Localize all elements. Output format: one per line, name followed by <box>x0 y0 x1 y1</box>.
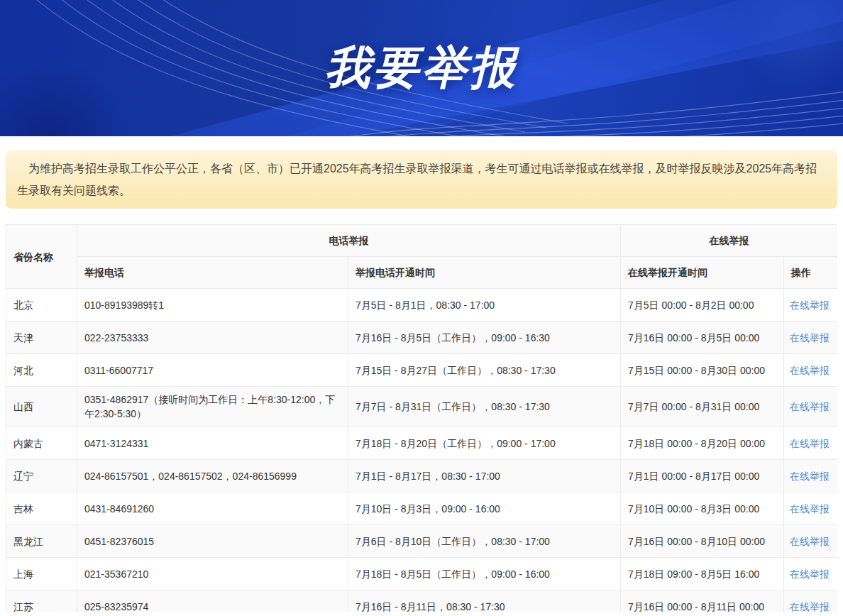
phone-time-cell: 7月18日 - 8月20日（工作日），09:00 - 17:00 <box>348 427 621 460</box>
online-report-link[interactable]: 在线举报 <box>790 568 830 580</box>
online-time-cell: 7月16日 00:00 - 8月11日 00:00 <box>621 590 784 612</box>
online-report-link[interactable]: 在线举报 <box>790 503 830 515</box>
table-row: 黑龙江 0451-82376015 7月6日 - 8月10日（工作日），08:3… <box>6 525 838 558</box>
phone-time-cell: 7月6日 - 8月10日（工作日），08:30 - 17:00 <box>348 525 621 558</box>
report-table-wrap: 省份名称 电话举报 在线举报 举报电话 举报电话开通时间 在线举报开通时间 操作… <box>6 224 837 612</box>
phone-time-cell: 7月18日 - 8月5日（工作日），09:00 - 16:00 <box>348 558 621 590</box>
phone-cell: 022-23753333 <box>77 321 348 354</box>
online-report-link[interactable]: 在线举报 <box>790 299 830 311</box>
table-row: 辽宁 024-86157501，024-86157502，024-8615699… <box>6 460 838 493</box>
province-cell: 河北 <box>6 354 77 387</box>
header-province: 省份名称 <box>6 225 77 289</box>
online-time-cell: 7月16日 00:00 - 8月10日 00:00 <box>621 525 784 558</box>
online-time-cell: 7月1日 00:00 - 8月17日 00:00 <box>621 460 784 493</box>
phone-time-cell: 7月1日 - 8月17日，08:30 - 17:00 <box>348 460 621 493</box>
phone-cell: 0351-4862917（接听时间为工作日：上午8:30-12:00，下午2:3… <box>77 387 348 427</box>
province-cell: 山西 <box>6 387 77 427</box>
online-time-cell: 7月10日 00:00 - 8月3日 00:00 <box>621 493 784 525</box>
header-phone: 举报电话 <box>77 257 348 289</box>
table-row: 吉林 0431-84691260 7月10日 - 8月3日，09:00 - 16… <box>6 493 838 525</box>
province-cell: 黑龙江 <box>6 525 77 558</box>
header-online-group: 在线举报 <box>621 225 838 257</box>
phone-cell: 0431-84691260 <box>77 493 348 525</box>
phone-time-cell: 7月10日 - 8月3日，09:00 - 16:00 <box>348 493 621 525</box>
notice-text: 为维护高考招生录取工作公平公正，各省（区、市）已开通2025年高考招生录取举报渠… <box>17 158 826 202</box>
online-report-link[interactable]: 在线举报 <box>790 536 830 547</box>
notice-box: 为维护高考招生录取工作公平公正，各省（区、市）已开通2025年高考招生录取举报渠… <box>6 150 837 209</box>
online-report-link[interactable]: 在线举报 <box>790 601 830 612</box>
header-sub-row: 举报电话 举报电话开通时间 在线举报开通时间 操作 <box>6 257 838 289</box>
province-cell: 天津 <box>6 321 77 354</box>
online-time-cell: 7月18日 00:00 - 8月20日 00:00 <box>621 427 784 460</box>
online-time-cell: 7月7日 00:00 - 8月31日 00:00 <box>621 387 784 427</box>
online-time-cell: 7月16日 00:00 - 8月5日 00:00 <box>621 321 784 354</box>
phone-cell: 010-89193989转1 <box>77 289 348 321</box>
online-report-link[interactable]: 在线举报 <box>790 332 830 343</box>
table-row: 北京 010-89193989转1 7月5日 - 8月1日，08:30 - 17… <box>6 289 838 321</box>
page-title: 我要举报 <box>0 37 843 99</box>
province-cell: 内蒙古 <box>6 427 77 460</box>
report-table: 省份名称 电话举报 在线举报 举报电话 举报电话开通时间 在线举报开通时间 操作… <box>6 224 837 612</box>
online-time-cell: 7月18日 09:00 - 8月5日 16:00 <box>621 558 784 590</box>
phone-cell: 0471-3124331 <box>77 427 348 460</box>
phone-time-cell: 7月16日 - 8月11日，08:30 - 17:30 <box>348 590 621 612</box>
phone-time-cell: 7月5日 - 8月1日，08:30 - 17:00 <box>348 289 621 321</box>
header-online-time: 在线举报开通时间 <box>621 257 784 289</box>
table-row: 江苏 025-83235974 7月16日 - 8月11日，08:30 - 17… <box>6 590 838 612</box>
table-row: 天津 022-23753333 7月16日 - 8月5日（工作日），09:00 … <box>6 321 838 354</box>
province-cell: 吉林 <box>6 493 77 525</box>
phone-time-cell: 7月16日 - 8月5日（工作日），09:00 - 16:30 <box>348 321 621 354</box>
header-phone-time: 举报电话开通时间 <box>348 257 621 289</box>
online-report-link[interactable]: 在线举报 <box>790 471 830 482</box>
phone-cell: 021-35367210 <box>77 558 348 590</box>
online-report-link[interactable]: 在线举报 <box>790 438 830 449</box>
province-cell: 辽宁 <box>6 460 77 493</box>
table-header: 省份名称 电话举报 在线举报 举报电话 举报电话开通时间 在线举报开通时间 操作 <box>6 225 838 289</box>
header-phone-group: 电话举报 <box>77 225 621 257</box>
online-report-link[interactable]: 在线举报 <box>790 365 830 376</box>
province-cell: 江苏 <box>6 590 77 612</box>
phone-cell: 0451-82376015 <box>77 525 348 558</box>
banner: 我要举报 <box>0 0 843 136</box>
phone-cell: 025-83235974 <box>77 590 348 612</box>
table-body: 北京 010-89193989转1 7月5日 - 8月1日，08:30 - 17… <box>6 289 838 612</box>
header-group-row: 省份名称 电话举报 在线举报 <box>6 225 838 257</box>
table-row: 上海 021-35367210 7月18日 - 8月5日（工作日），09:00 … <box>6 558 838 590</box>
online-time-cell: 7月5日 00:00 - 8月2日 00:00 <box>621 289 784 321</box>
phone-time-cell: 7月15日 - 8月27日（工作日），08:30 - 17:30 <box>348 354 621 387</box>
table-row: 内蒙古 0471-3124331 7月18日 - 8月20日（工作日），09:0… <box>6 427 838 460</box>
online-time-cell: 7月15日 00:00 - 8月30日 00:00 <box>621 354 784 387</box>
province-cell: 北京 <box>6 289 77 321</box>
phone-time-cell: 7月7日 - 8月31日（工作日），08:30 - 17:30 <box>348 387 621 427</box>
table-row: 河北 0311-66007717 7月15日 - 8月27日（工作日），08:3… <box>6 354 838 387</box>
table-row: 山西 0351-4862917（接听时间为工作日：上午8:30-12:00，下午… <box>6 387 838 427</box>
header-action: 操作 <box>784 257 838 289</box>
online-report-link[interactable]: 在线举报 <box>790 401 830 412</box>
phone-cell: 024-86157501，024-86157502，024-86156999 <box>77 460 348 493</box>
province-cell: 上海 <box>6 558 77 590</box>
phone-cell: 0311-66007717 <box>77 354 348 387</box>
